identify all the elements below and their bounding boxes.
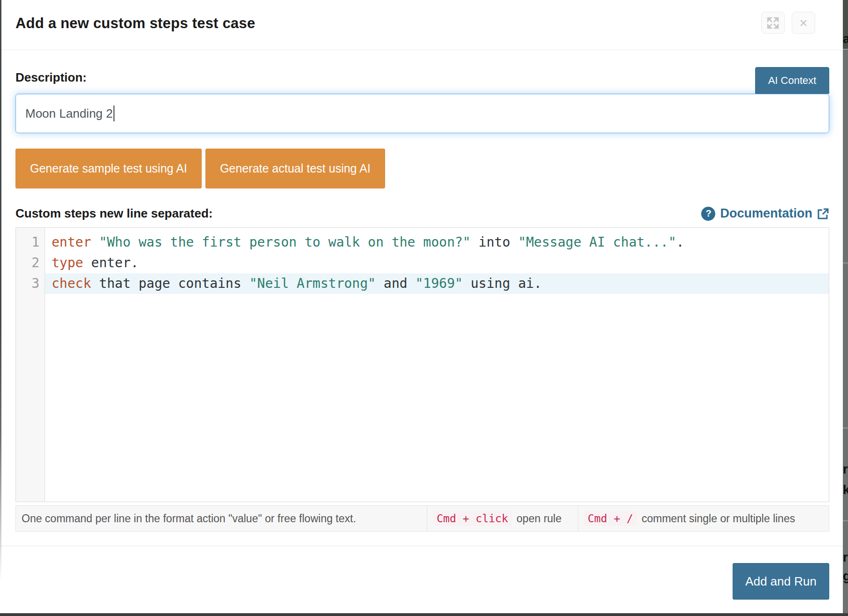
code-segment-plain: into xyxy=(470,234,518,250)
modal-title: Add a new custom steps test case xyxy=(15,12,255,32)
modal-footer: Add and Run xyxy=(0,546,843,600)
description-input-value: Moon Landing 2 xyxy=(25,106,113,121)
hint-comment-text: comment single or multiple lines xyxy=(642,512,795,525)
line-number: 2 xyxy=(16,253,45,273)
hint-open-rule: Cmd + click open rule xyxy=(427,506,578,531)
add-test-case-modal: Add a new custom steps test case xyxy=(0,0,843,613)
code-segment-plain: that page contains xyxy=(91,276,249,291)
hint-format: One command per line in the format actio… xyxy=(16,506,427,531)
hint-open-rule-text: open rule xyxy=(516,512,561,525)
modal-body: Description: AI Context Moon Landing 2 G… xyxy=(0,67,843,532)
description-input[interactable]: Moon Landing 2 xyxy=(15,94,829,133)
editor-hint-bar: One command per line in the format actio… xyxy=(15,505,829,532)
generate-actual-test-button[interactable]: Generate actual test using AI xyxy=(205,149,385,188)
header-buttons: × xyxy=(761,12,829,34)
page-viewport: Add a new custom steps test case xyxy=(0,0,848,616)
backdrop-text-fragment: r xyxy=(843,463,848,476)
code-line[interactable]: check that page contains "Neil Armstrong… xyxy=(45,273,829,294)
cmd-click-shortcut: Cmd + click xyxy=(433,511,512,526)
code-segment-plain: using ai. xyxy=(463,276,542,291)
text-cursor xyxy=(114,105,114,121)
backdrop-text-fragment: g xyxy=(843,570,848,583)
description-row: Description: AI Context xyxy=(15,67,829,94)
line-number: 3 xyxy=(16,273,45,294)
code-line[interactable]: enter "Who was the first person to walk … xyxy=(45,232,829,253)
code-segment-plain: enter. xyxy=(83,255,138,270)
editor-gutter: 123 xyxy=(16,228,45,502)
generate-sample-test-button[interactable]: Generate sample test using AI xyxy=(15,149,202,188)
code-segment-string: "Message AI chat..." xyxy=(518,234,676,250)
background-page-left-edge xyxy=(0,0,1,581)
close-x-icon: × xyxy=(799,16,808,30)
add-and-run-button[interactable]: Add and Run xyxy=(733,563,829,600)
backdrop-text-fragment: a xyxy=(843,33,848,45)
expand-arrows-icon xyxy=(767,17,779,29)
documentation-link-label: Documentation xyxy=(720,206,812,221)
description-label: Description: xyxy=(15,70,87,85)
custom-steps-label: Custom steps new line separated: xyxy=(15,206,212,221)
backdrop-text-fragment: k xyxy=(843,484,848,496)
code-segment-plain: and xyxy=(376,276,415,291)
code-segment-plain xyxy=(91,234,99,250)
code-line[interactable]: type enter. xyxy=(45,253,829,273)
close-button[interactable]: × xyxy=(792,12,815,34)
line-number: 1 xyxy=(16,232,45,253)
code-segment-keyword: type xyxy=(52,255,83,270)
background-page-bottom-edge xyxy=(0,613,848,616)
generate-buttons-row: Generate sample test using AI Generate a… xyxy=(15,149,829,188)
hint-comment: Cmd + / comment single or multiple lines xyxy=(578,506,829,531)
modal-header: Add a new custom steps test case xyxy=(0,0,843,50)
question-circle-icon: ? xyxy=(701,207,715,221)
code-segment-keyword: check xyxy=(52,276,91,291)
editor-code[interactable]: enter "Who was the first person to walk … xyxy=(45,228,829,502)
code-segment-string: "1969" xyxy=(415,276,462,291)
ai-context-button[interactable]: AI Context xyxy=(755,67,829,94)
code-segment-string: "Neil Armstrong" xyxy=(249,276,376,291)
custom-steps-editor[interactable]: 123 enter "Who was the first person to w… xyxy=(15,227,829,502)
code-segment-string: "Who was the first person to walk on the… xyxy=(99,234,470,250)
backdrop-text-fragment: r xyxy=(843,551,848,564)
custom-steps-header-row: Custom steps new line separated: ? Docum… xyxy=(15,206,829,221)
documentation-link[interactable]: ? Documentation xyxy=(701,206,829,221)
hint-format-text: One command per line in the format actio… xyxy=(22,512,356,525)
external-link-icon xyxy=(817,208,829,220)
cmd-slash-shortcut: Cmd + / xyxy=(584,511,637,526)
code-segment-plain: . xyxy=(676,234,684,250)
expand-button[interactable] xyxy=(761,12,785,34)
background-page-right-edge: arkrg xyxy=(843,0,848,616)
code-segment-keyword: enter xyxy=(52,234,91,250)
